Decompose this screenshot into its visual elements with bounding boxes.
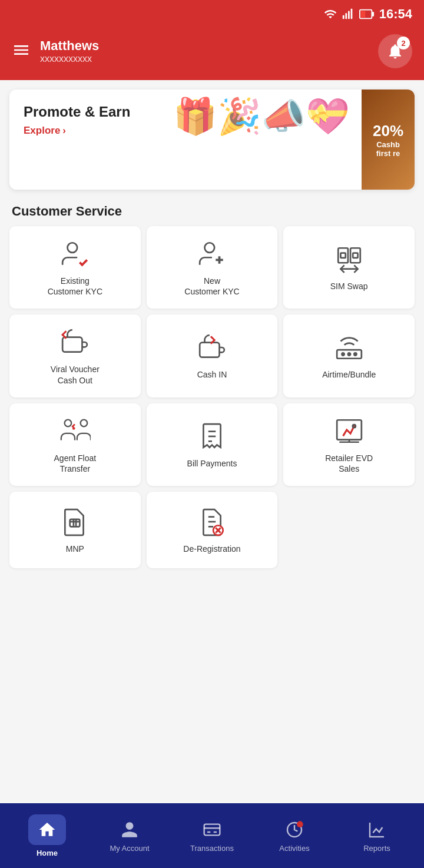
viral-voucher-label: Viral VoucherCash Out <box>51 364 100 385</box>
battery-icon <box>359 8 375 21</box>
new-kyc-label: NewCustomer KYC <box>184 276 239 297</box>
user-name: Matthews <box>40 38 99 54</box>
nav-home[interactable]: Home <box>6 814 88 857</box>
nav-reports[interactable]: Reports <box>336 819 418 853</box>
svg-point-7 <box>68 243 78 253</box>
notification-button[interactable]: 2 <box>378 34 412 68</box>
sim-icon <box>333 243 365 275</box>
banner-decorations: 🎁🎉📣💝 <box>173 95 350 137</box>
banner-container: Promote & Earn Explore › 🎁🎉📣💝 20% Cashbf… <box>9 90 415 190</box>
svg-rect-3 <box>350 9 352 19</box>
de-registration-label: De-Registration <box>183 544 240 554</box>
cashback-text: Cashbfirst re <box>376 140 400 158</box>
svg-point-43 <box>297 821 303 827</box>
svg-point-20 <box>81 419 88 426</box>
transactions-icon <box>201 819 223 840</box>
notification-badge: 2 <box>397 37 410 49</box>
svg-rect-38 <box>204 824 220 835</box>
header-left: Matthews xxxxxxxxxxx <box>12 38 99 64</box>
nav-activities[interactable]: Activities <box>253 819 336 853</box>
person-add-icon <box>196 238 228 270</box>
person-check-icon <box>59 238 91 270</box>
home-icon <box>37 819 58 840</box>
app-header: Matthews xxxxxxxxxxx 2 <box>0 28 424 80</box>
nav-transactions[interactable]: Transactions <box>171 819 253 853</box>
airtime-bundle-label: Airtime/Bundle <box>322 369 376 380</box>
cash-in-label: Cash IN <box>197 369 227 380</box>
section-title: Customer Service <box>0 199 424 226</box>
activities-label: Activities <box>279 844 309 853</box>
existing-kyc-card[interactable]: ExistingCustomer KYC <box>9 226 141 309</box>
new-kyc-card[interactable]: NewCustomer KYC <box>147 226 278 309</box>
airtime-bundle-card[interactable]: Airtime/Bundle <box>283 314 415 397</box>
banner-side: 20% Cashbfirst re <box>362 90 415 190</box>
reports-icon <box>366 819 387 840</box>
nav-my-account[interactable]: My Account <box>88 819 171 853</box>
bottom-nav: Home My Account Transactions <box>0 803 424 868</box>
doc-cancel-icon <box>196 506 228 538</box>
activities-icon <box>284 819 305 840</box>
sim-card-icon <box>59 506 91 538</box>
svg-rect-24 <box>337 420 362 439</box>
service-grid-row3: Agent FloatTransfer Bill Payments <box>0 403 424 486</box>
wallet-in-icon <box>196 332 228 363</box>
service-grid-row1: ExistingCustomer KYC NewCustomer KYC <box>0 226 424 309</box>
svg-rect-10 <box>340 253 345 258</box>
bill-payments-label: Bill Payments <box>187 458 237 469</box>
agent-float-card[interactable]: Agent FloatTransfer <box>9 403 141 486</box>
wifi-icon <box>324 8 337 21</box>
status-time: 16:54 <box>379 6 412 22</box>
svg-point-16 <box>348 353 350 356</box>
svg-rect-1 <box>345 13 347 19</box>
sim-swap-label: SIM Swap <box>330 281 368 291</box>
retailer-evd-card[interactable]: Retailer EVDSales <box>283 403 415 486</box>
transactions-label: Transactions <box>190 844 234 853</box>
svg-point-25 <box>352 425 355 428</box>
agent-float-label: Agent FloatTransfer <box>54 453 97 474</box>
svg-point-8 <box>204 243 214 253</box>
user-info: Matthews xxxxxxxxxxx <box>40 38 99 64</box>
status-bar: 16:54 <box>0 0 424 28</box>
service-grid-row2: Viral VoucherCash Out Cash IN <box>0 314 424 397</box>
svg-point-19 <box>65 419 72 426</box>
people-transfer-icon <box>59 415 91 447</box>
menu-button[interactable] <box>12 41 31 62</box>
router-icon <box>333 332 365 363</box>
hamburger-icon <box>12 41 31 59</box>
svg-rect-5 <box>361 11 365 17</box>
wallet-out-icon <box>59 326 91 358</box>
cash-in-card[interactable]: Cash IN <box>147 314 278 397</box>
svg-rect-14 <box>200 343 219 357</box>
sim-swap-card[interactable]: SIM Swap <box>283 226 415 309</box>
chart-icon <box>333 415 365 447</box>
home-label: Home <box>37 849 58 857</box>
account-icon <box>119 819 140 840</box>
bill-payments-card[interactable]: Bill Payments <box>147 403 278 486</box>
main-content: Promote & Earn Explore › 🎁🎉📣💝 20% Cashbf… <box>0 90 424 639</box>
mnp-label: MNP <box>66 544 84 554</box>
svg-rect-2 <box>348 11 350 19</box>
svg-rect-0 <box>343 15 344 19</box>
banner-main: Promote & Earn Explore › 🎁🎉📣💝 <box>9 90 362 190</box>
de-registration-card[interactable]: De-Registration <box>147 492 278 568</box>
receipt-icon <box>196 420 228 452</box>
signal-icon <box>342 8 355 21</box>
svg-rect-12 <box>353 253 357 258</box>
mnp-card[interactable]: MNP <box>9 492 141 568</box>
reports-label: Reports <box>363 844 390 853</box>
svg-rect-28 <box>70 519 80 527</box>
existing-kyc-label: ExistingCustomer KYC <box>48 276 102 297</box>
svg-rect-6 <box>372 12 374 16</box>
empty-cell <box>283 492 415 568</box>
svg-point-17 <box>342 353 344 356</box>
service-grid-row4: MNP De-Registration <box>0 492 424 568</box>
svg-point-18 <box>354 353 356 356</box>
status-icons: 16:54 <box>324 6 412 22</box>
my-account-label: My Account <box>110 844 149 853</box>
viral-voucher-card[interactable]: Viral VoucherCash Out <box>9 314 141 397</box>
svg-rect-11 <box>350 248 360 263</box>
svg-rect-9 <box>338 248 348 263</box>
cashback-percent: 20% <box>373 122 403 140</box>
svg-rect-13 <box>62 337 82 352</box>
user-id: xxxxxxxxxxx <box>40 54 99 64</box>
